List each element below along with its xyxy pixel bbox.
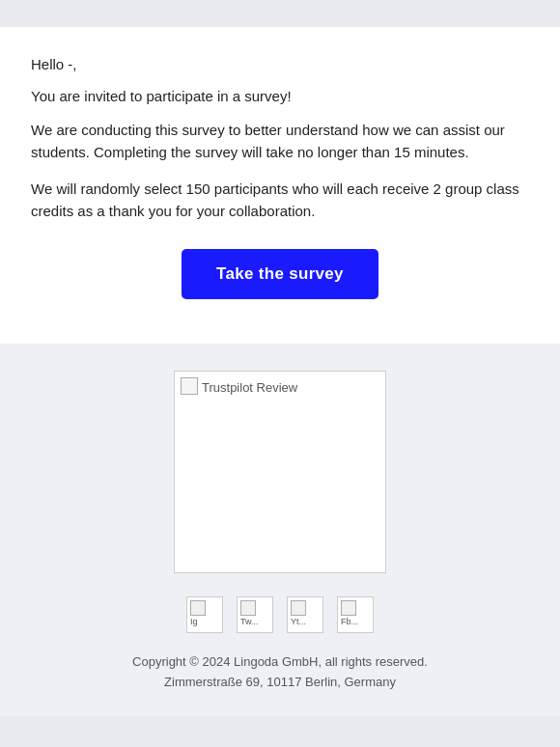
reward-text: We will randomly select 150 participants… [31, 179, 529, 222]
greeting-text: Hello -, [31, 56, 529, 72]
social-icon-instagram[interactable]: Ig [186, 596, 223, 633]
facebook-icon: Fb... [338, 597, 373, 632]
main-content: Hello -, You are invited to participate … [0, 27, 560, 344]
twitter-icon: Tw... [238, 597, 272, 632]
instagram-icon: Ig [187, 597, 222, 632]
button-container: Take the survey [31, 249, 529, 299]
footer-section: Trustpilot Review Ig Tw... Yt... [0, 344, 560, 716]
trustpilot-box: Trustpilot Review [174, 371, 386, 573]
copyright-line1: Copyright © 2024 Lingoda GmbH, all right… [132, 652, 428, 673]
social-icon-facebook[interactable]: Fb... [337, 596, 374, 633]
copyright-line2: Zimmerstraße 69, 10117 Berlin, Germany [132, 673, 428, 693]
social-icon-twitter[interactable]: Tw... [237, 596, 273, 633]
social-icons-row: Ig Tw... Yt... Fb... [186, 596, 374, 633]
invite-text: You are invited to participate in a surv… [31, 88, 529, 104]
copyright-section: Copyright © 2024 Lingoda GmbH, all right… [132, 652, 428, 693]
social-icon-youtube[interactable]: Yt... [287, 596, 323, 633]
top-bar [0, 0, 560, 27]
trustpilot-label: Trustpilot Review [202, 380, 297, 395]
take-survey-button[interactable]: Take the survey [182, 249, 378, 299]
trustpilot-broken-img [181, 377, 198, 395]
description-text: We are conducting this survey to better … [31, 120, 529, 163]
youtube-icon: Yt... [288, 597, 322, 632]
